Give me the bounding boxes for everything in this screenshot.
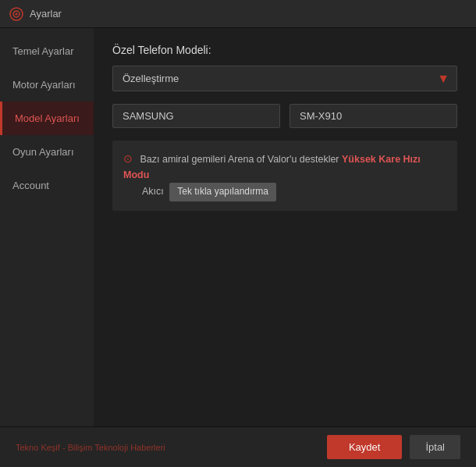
bottom-buttons: Kaydet İptal <box>327 435 460 459</box>
warning-box: ⊙ Bazı amiral gemileri Arena of Valor'u … <box>112 141 457 211</box>
cancel-button[interactable]: İptal <box>410 435 460 459</box>
sidebar-item-model[interactable]: Model Ayarları <box>0 102 94 135</box>
watermark-text: Tekno Keşif - Bilişim Teknoloji Haberler… <box>16 443 165 452</box>
sidebar-item-temel[interactable]: Temel Ayarlar <box>0 34 94 68</box>
title-bar: Ayarlar <box>0 0 476 28</box>
warning-prefix: Bazı amiral gemileri Arena of Valor'u de… <box>140 154 339 165</box>
one-click-config-button[interactable]: Tek tıkla yapılandırma <box>169 183 276 201</box>
sidebar-item-account[interactable]: Account <box>0 169 94 202</box>
manufacturer-input[interactable] <box>112 104 280 128</box>
bottom-bar: Tekno Keşif - Bilişim Teknoloji Haberler… <box>0 426 476 467</box>
warning-middle: Akıcı <box>142 186 164 197</box>
section-title: Özel Telefon Modeli: <box>112 44 457 56</box>
sidebar-item-oyun[interactable]: Oyun Ayarları <box>0 135 94 169</box>
svg-point-2 <box>16 12 18 15</box>
dropdown-wrapper: ÖzelleştirmeVarsayılan ▼ <box>112 66 457 91</box>
model-number-input[interactable] <box>290 104 457 128</box>
model-input-row <box>112 104 457 128</box>
app-logo-icon <box>9 7 23 21</box>
phone-model-dropdown[interactable]: ÖzelleştirmeVarsayılan <box>112 66 457 91</box>
sidebar-item-motor[interactable]: Motor Ayarları <box>0 68 94 102</box>
main-layout: Temel Ayarlar Motor Ayarları Model Ayarl… <box>0 28 476 426</box>
sidebar: Temel Ayarlar Motor Ayarları Model Ayarl… <box>0 28 94 426</box>
save-button[interactable]: Kaydet <box>327 435 402 459</box>
app-title: Ayarlar <box>30 8 62 20</box>
warning-icon: ⊙ <box>123 152 133 165</box>
content-area: Özel Telefon Modeli: ÖzelleştirmeVarsayı… <box>94 28 476 426</box>
